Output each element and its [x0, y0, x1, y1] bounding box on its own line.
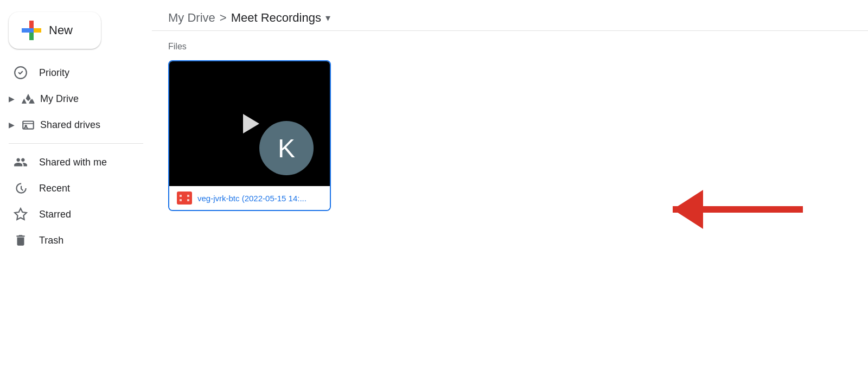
priority-icon: [13, 65, 28, 80]
svg-rect-11: [180, 199, 182, 201]
file-name: veg-jvrk-btc (2022-05-15 14:...: [197, 194, 307, 203]
play-button-icon: [239, 113, 260, 135]
new-button-label: New: [49, 23, 73, 37]
avatar: K: [259, 121, 314, 175]
shared-drives-icon: [21, 117, 36, 132]
svg-rect-13: [187, 199, 189, 201]
file-card[interactable]: K veg-jvrk-btc (2022-05-15 14:...: [168, 60, 331, 211]
annotation-arrow: [673, 190, 803, 229]
trash-icon: [13, 233, 28, 248]
svg-rect-4: [29, 28, 34, 33]
sidebar-item-shared-with-me[interactable]: Shared with me: [0, 149, 143, 175]
play-triangle: [243, 114, 259, 133]
video-file-icon: [177, 192, 192, 205]
expand-arrow-shared-drives: ▶: [7, 120, 16, 129]
breadcrumb-dropdown-icon: ▾: [326, 12, 330, 24]
breadcrumb-current-label: Meet Recordings: [231, 11, 321, 25]
starred-icon: [13, 207, 28, 222]
svg-rect-10: [180, 195, 182, 197]
expand-arrow-my-drive: ▶: [7, 94, 16, 103]
svg-rect-12: [187, 195, 189, 197]
sidebar-item-recent[interactable]: Recent: [0, 175, 143, 201]
sidebar-item-label-starred: Starred: [39, 209, 71, 220]
breadcrumb: My Drive > Meet Recordings ▾: [152, 0, 868, 31]
sidebar-item-label-shared-with-me: Shared with me: [39, 157, 107, 168]
sidebar-item-label-recent: Recent: [39, 183, 70, 194]
new-button[interactable]: New: [9, 12, 101, 49]
sidebar-divider: [9, 143, 143, 144]
shared-icon: [13, 155, 28, 170]
main-area: My Drive > Meet Recordings ▾ Files K: [152, 0, 868, 383]
sidebar-item-my-drive[interactable]: ▶ My Drive: [0, 86, 143, 112]
svg-rect-0: [22, 28, 29, 33]
breadcrumb-root[interactable]: My Drive: [168, 11, 215, 25]
file-info: veg-jvrk-btc (2022-05-15 14:...: [169, 186, 330, 210]
sidebar: New Priority ▶ My Drive ▶: [0, 0, 152, 383]
files-label: Files: [168, 42, 852, 52]
sidebar-item-starred[interactable]: Starred: [0, 201, 143, 227]
sidebar-item-priority[interactable]: Priority: [0, 60, 143, 86]
recent-icon: [13, 181, 28, 196]
google-plus-icon: [22, 21, 41, 40]
sidebar-item-label-priority: Priority: [39, 67, 69, 79]
sidebar-item-label-shared-drives: Shared drives: [40, 119, 100, 131]
arrow-line: [673, 206, 803, 213]
breadcrumb-current[interactable]: Meet Recordings ▾: [231, 11, 330, 25]
sidebar-item-label-my-drive: My Drive: [40, 93, 79, 105]
svg-rect-3: [29, 33, 34, 40]
svg-rect-1: [29, 21, 34, 28]
svg-marker-8: [15, 208, 27, 220]
drive-icon: [21, 91, 36, 106]
sidebar-item-label-trash: Trash: [39, 235, 63, 246]
breadcrumb-separator: >: [220, 11, 227, 25]
sidebar-item-trash[interactable]: Trash: [0, 227, 143, 253]
svg-rect-2: [34, 28, 41, 33]
sidebar-item-shared-drives[interactable]: ▶ Shared drives: [0, 112, 143, 138]
file-thumbnail: K: [169, 61, 330, 186]
avatar-letter: K: [278, 133, 295, 163]
